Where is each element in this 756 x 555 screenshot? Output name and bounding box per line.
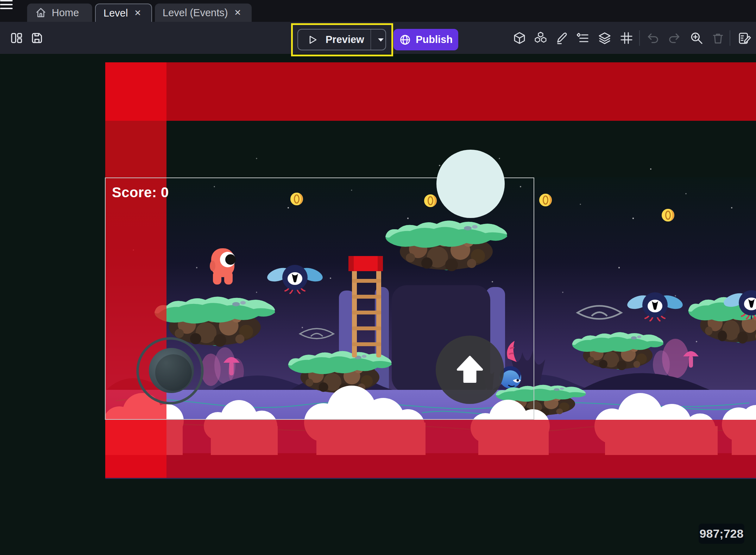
moon: [436, 150, 505, 218]
tab-label: Level: [103, 7, 128, 19]
divider: [639, 30, 640, 46]
toolbar: Preview Publish: [0, 22, 756, 54]
red-border-top: [105, 62, 756, 121]
tab-level[interactable]: Level ✕: [95, 4, 152, 22]
grid-icon[interactable]: [619, 31, 634, 45]
tab-label: Home: [52, 7, 79, 19]
objects-cube-icon[interactable]: [512, 31, 527, 45]
pencil-icon[interactable]: [555, 31, 569, 45]
trash-icon[interactable]: [711, 31, 725, 45]
tab-home[interactable]: Home: [27, 4, 92, 22]
coin: [539, 194, 552, 206]
hamburger-menu-icon[interactable]: [0, 0, 13, 9]
redo-icon[interactable]: [667, 31, 681, 45]
red-border-bottom: [105, 420, 756, 478]
layers-icon[interactable]: [598, 31, 612, 45]
tab-bar: Home Level ✕ Level (Events) ✕: [0, 0, 756, 22]
close-icon[interactable]: ✕: [133, 7, 143, 19]
score-text: Score: 0: [112, 185, 169, 200]
instances-cubes-icon[interactable]: [534, 31, 548, 45]
preview-button[interactable]: Preview: [297, 29, 386, 50]
joystick[interactable]: [135, 337, 205, 407]
jump-button[interactable]: [436, 336, 504, 404]
save-icon[interactable]: [30, 31, 44, 45]
events-sheet-icon[interactable]: [737, 31, 752, 45]
undo-icon[interactable]: [646, 31, 660, 45]
home-icon: [35, 7, 47, 19]
zoom-in-icon[interactable]: [689, 31, 704, 45]
preview-label: Preview: [326, 34, 364, 45]
publish-label: Publish: [416, 34, 453, 45]
close-icon[interactable]: ✕: [233, 7, 242, 18]
editor-canvas[interactable]: Score: 0 987;728: [0, 54, 756, 555]
play-icon: [307, 35, 318, 45]
instance-list-icon[interactable]: [575, 31, 590, 45]
tab-level-events[interactable]: Level (Events) ✕: [155, 4, 252, 22]
chevron-down-icon[interactable]: [376, 35, 385, 44]
arrow-up-icon: [449, 349, 491, 391]
globe-icon: [399, 34, 411, 46]
divider: [730, 30, 730, 46]
layout-panels-icon[interactable]: [10, 31, 24, 45]
cursor-coordinates: 987;728: [699, 524, 744, 544]
coin: [662, 209, 674, 222]
publish-button[interactable]: Publish: [393, 29, 458, 50]
tab-label: Level (Events): [163, 7, 228, 19]
